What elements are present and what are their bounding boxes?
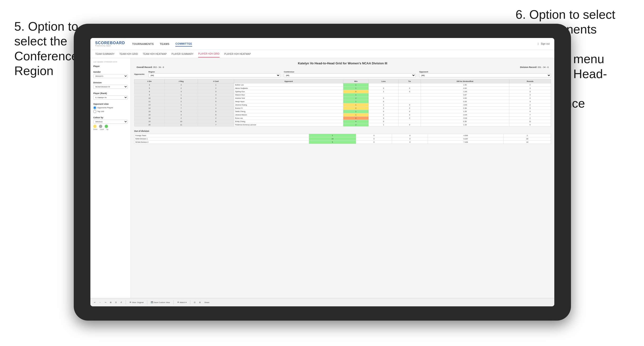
table-cell: 1 [343,100,368,103]
table-row: 331Esther Lee11.504 [134,83,551,87]
toolbar-export[interactable]: ⊡ [194,301,196,304]
save-custom-view-btn[interactable]: 💾 Save Custom View [151,301,170,304]
gender-label: Gender [93,71,128,73]
color-green [105,125,108,128]
subnav-team-h2h-heatmap[interactable]: TEAM H2H HEATMAP [143,51,167,57]
table-cell [398,97,420,100]
colour-by-select[interactable]: Win/loss [93,120,128,124]
table-cell: 3 [165,83,198,87]
sidebar: Last Updated: 27/03/2024 16:44 Player Ge… [90,58,131,298]
th-win: Win [343,80,368,83]
legend-labels: Down Level Up [93,129,128,130]
subnav-player-h2h-heatmap[interactable]: PLAYER H2H HEATMAP [224,51,251,57]
toolbar-refresh[interactable]: ↺ [120,301,122,304]
view-original-btn[interactable]: 👁 View: Original [130,301,144,304]
watch-btn[interactable]: 👁 Watch ▾ [177,301,186,304]
table-cell: 3.67 [420,93,509,97]
table-cell: -1.00 [420,90,509,93]
opponent-filter-select[interactable]: (All) [419,73,551,77]
out-table-row: NAIA Division 115009.26730 [134,137,551,141]
out-cell: 1 [309,134,356,137]
table-cell: 6 [165,97,198,100]
th-rounds: Rounds [509,80,551,83]
table-cell: 0 [369,110,398,113]
toolbar-redo[interactable]: ↪ [105,301,106,304]
conference-filter-select[interactable]: (All) [284,73,416,77]
sub-nav: TEAM SUMMARY TEAM H2H GRID TEAM H2H HEAT… [90,50,554,58]
opponents-played-radio[interactable]: Opponents Played [93,106,128,109]
table-cell: 10 [165,120,198,123]
table-cell: 4.00 [420,97,509,100]
nav-teams[interactable]: TEAMS [160,41,170,46]
share-btn[interactable]: Share [204,301,209,304]
table-cell: 2 [343,123,368,127]
nav-tournaments[interactable]: TOURNAMENTS [132,41,154,46]
opponent-radio-group: Opponents Played Top 100 [93,106,128,113]
division-select[interactable]: NCAA Division III NCAA Division I NCAA D… [93,85,128,89]
table-cell: 4 [343,120,368,123]
sidebar-gender-section: Gender Women's Men's [93,71,128,78]
table-cell: 9 [509,107,551,110]
table-cell: 19 [134,120,165,123]
subnav-team-h2h-grid[interactable]: TEAM H2H GRID [120,51,138,57]
sign-out-link[interactable]: Sign out [541,42,550,45]
table-cell: 2 [198,117,234,120]
toolbar-divider-4 [190,300,190,305]
out-opponent: NCAA Division 2 [134,141,309,144]
toolbar-select-icon[interactable]: ⊡ [115,301,117,304]
table-cell: 0 [398,123,420,127]
table-cell: 3 [165,113,198,117]
table-cell: 0 [398,103,420,107]
table-cell: 2 [509,117,551,120]
nav-right: | Sign out [538,42,550,45]
grid-records: Overall Record: 353 - 34 - 6 Division Re… [134,66,551,68]
table-cell: 3 [509,90,551,93]
table-cell: 2 [369,107,398,110]
gender-select[interactable]: Women's Men's [93,74,128,78]
player-label: Player [93,65,128,67]
top100-radio[interactable]: Top 100 [93,110,128,113]
logo-sub-text: Powered by clippd [95,45,125,47]
table-cell: 1 [343,87,368,90]
logo-text: SCOREBOARD [95,41,125,45]
table-cell: 5 [198,100,234,103]
division-record: Division Record: 331 - 34 - 6 [520,66,548,68]
subnav-player-summary[interactable]: PLAYER SUMMARY [172,51,194,57]
region-filter-select[interactable]: (All) [148,73,280,77]
table-cell: 1 [165,103,198,107]
table-cell: 0 [398,90,420,93]
out-cell: 0 [392,137,428,141]
table-cell: 2 [198,87,234,90]
player-rank-label: Player (Rank) [93,92,128,95]
table-cell: -5.00 [420,117,509,120]
toolbar-share-icon[interactable]: ⊟ [199,301,201,304]
table-cell [398,83,420,87]
table-row: 1636Jessica Mason120-0.947 [134,113,551,117]
table-cell: 1 [369,103,398,107]
table-cell: 11 [509,120,551,123]
th-opponent: Opponent [234,80,343,83]
table-cell: 0 [369,120,398,123]
sidebar-opponent-view-section: Opponent view Opponents Played Top 100 [93,103,128,113]
player-rank-select[interactable]: 8. Katelyn Vo [93,95,128,100]
table-cell: 10 [134,97,165,100]
opponent-filter-label: Opponent [419,71,551,73]
table-cell: Jessica Mason [234,113,343,117]
main-content: Last Updated: 27/03/2024 16:44 Player Ge… [90,58,554,298]
subnav-team-summary[interactable]: TEAM SUMMARY [95,51,115,57]
scoreboard-logo: SCOREBOARD Powered by clippd [95,41,125,47]
toolbar-undo[interactable]: ↩ [94,301,96,304]
table-cell: 3 [509,100,551,103]
table-cell: 1 [369,123,398,127]
toolbar-grid-icon[interactable]: ⊞ [110,301,112,304]
table-cell: Sydney Kuo [234,90,343,93]
subnav-player-h2h-grid[interactable]: PLAYER H2H GRID [198,51,219,57]
nav-committee[interactable]: COMMITTEE [175,41,192,46]
table-cell: 1 [165,93,198,97]
table-row: 914Sharon Mun13.673 [134,93,551,97]
out-diff: 7.400 [428,141,504,144]
table-row: 633Sydney Kuo010-1.003 [134,90,551,93]
toolbar-back[interactable]: ← [99,301,101,304]
toolbar-divider-3 [174,300,174,305]
table-cell: 13 [134,103,165,107]
